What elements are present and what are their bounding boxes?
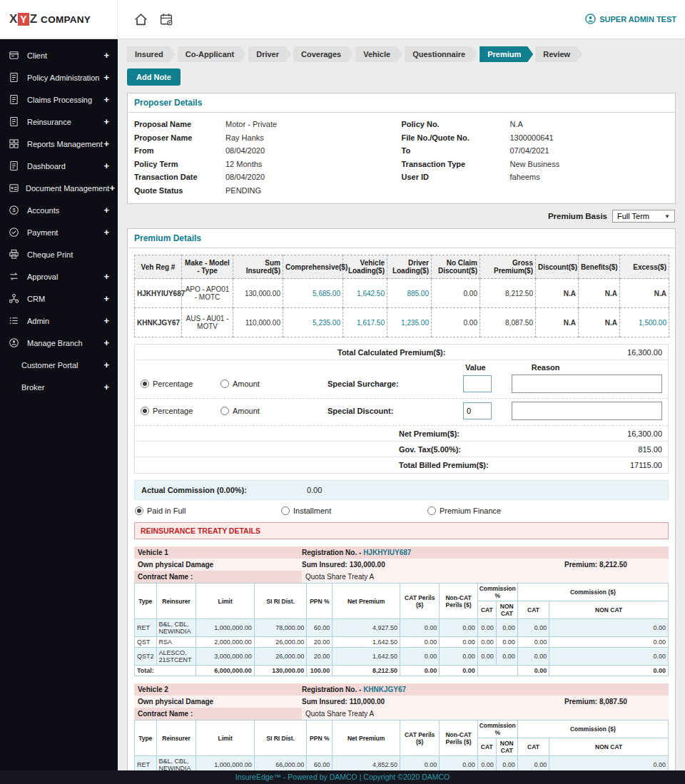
sidebar-item-payment[interactable]: Payment+ bbox=[0, 221, 118, 243]
sidebar-item-client[interactable]: Client+ bbox=[0, 44, 118, 66]
reinsurance-treaty-header: REINSURANCE TREATY DETAILS bbox=[134, 522, 669, 539]
discount-percentage-option[interactable]: Percentage bbox=[141, 407, 220, 415]
sidebar-item-crm[interactable]: CRM+ bbox=[0, 287, 118, 310]
expand-plus-icon[interactable]: + bbox=[103, 227, 109, 238]
total-calculated-row: Total Calculated Premium($): 16,300.00 bbox=[135, 345, 668, 360]
ri-subcol-header: NON CAT bbox=[549, 738, 669, 756]
ri-col-header: PPN % bbox=[307, 584, 333, 619]
payment-option-installment[interactable]: Installment bbox=[281, 506, 427, 515]
ri-total-cell: 0.00 bbox=[549, 666, 669, 676]
ri-cell: 0.00 bbox=[477, 619, 496, 637]
schedule-calendar-icon[interactable] bbox=[159, 12, 174, 27]
expand-plus-icon[interactable]: + bbox=[103, 161, 109, 171]
expand-plus-icon[interactable]: + bbox=[103, 205, 109, 215]
amount-radio[interactable] bbox=[220, 380, 229, 388]
radio-premium-finance[interactable] bbox=[427, 506, 436, 515]
expand-plus-icon[interactable]: + bbox=[103, 315, 109, 326]
ri-cell: RET bbox=[135, 756, 157, 771]
percentage-radio[interactable] bbox=[141, 380, 149, 388]
surcharge-percentage-option[interactable]: Percentage bbox=[141, 380, 220, 388]
payment-option-premium-finance[interactable]: Premium Finance bbox=[427, 506, 574, 515]
ri-cell: 0.00 bbox=[440, 637, 477, 648]
expand-plus-icon[interactable]: + bbox=[103, 138, 109, 149]
user-menu[interactable]: SUPER ADMIN TEST bbox=[585, 14, 676, 26]
expand-plus-icon[interactable]: + bbox=[103, 72, 109, 83]
ri-cell: 1,000,000.00 bbox=[196, 619, 254, 637]
payment-option-paid-in-full[interactable]: Paid in Full bbox=[135, 506, 281, 515]
premium-cell: 0.00 bbox=[432, 308, 480, 337]
sidebar-item-policy-administration[interactable]: Policy Administration+ bbox=[0, 66, 118, 88]
net-premium-row: Net Premium($): 16,300.00 bbox=[135, 426, 668, 442]
ri-cell: 0.00 bbox=[549, 648, 669, 666]
tab-coverages[interactable]: Coverages bbox=[293, 46, 353, 62]
tab-driver[interactable]: Driver bbox=[248, 46, 291, 62]
proposer-field-proposal-name: Proposal NameMotor - Private bbox=[134, 118, 402, 131]
special-discount-label: Special Discount: bbox=[328, 407, 463, 415]
home-icon[interactable] bbox=[133, 12, 148, 27]
premium-col-header: Make - Model - Type bbox=[182, 255, 233, 279]
tab-co-applicant[interactable]: Co-Applicant bbox=[178, 46, 246, 62]
tab-vehicle[interactable]: Vehicle bbox=[355, 46, 402, 62]
sidebar-item-approval[interactable]: Approval+ bbox=[0, 265, 118, 287]
expand-plus-icon[interactable]: + bbox=[103, 360, 109, 370]
add-note-button[interactable]: Add Note bbox=[127, 68, 181, 86]
total-billed-label: Total Billed Premium($): bbox=[399, 461, 489, 469]
expand-plus-icon[interactable]: + bbox=[103, 94, 109, 105]
discount-reason-input[interactable] bbox=[512, 402, 662, 420]
ri-col-header: Net Premium bbox=[333, 721, 400, 756]
expand-plus-icon[interactable]: + bbox=[103, 293, 109, 304]
surcharge-amount-option[interactable]: Amount bbox=[220, 380, 300, 388]
expand-plus-icon[interactable]: + bbox=[103, 337, 109, 348]
premium-cell: 0.00 bbox=[432, 279, 480, 308]
ri-col-header: PPN % bbox=[307, 721, 333, 756]
radio-installment[interactable] bbox=[281, 506, 290, 515]
percentage-radio[interactable] bbox=[141, 407, 149, 415]
premium-basis-select[interactable]: Full Term ▼ bbox=[612, 210, 675, 223]
sidebar-item-dashboard[interactable]: Dashboard+ bbox=[0, 155, 118, 177]
surcharge-reason-input[interactable] bbox=[512, 375, 662, 393]
expand-plus-icon[interactable]: + bbox=[109, 183, 115, 193]
premium-col-header: Discount($) bbox=[536, 255, 579, 279]
sidebar-item-reports-management[interactable]: Reports Management+ bbox=[0, 133, 118, 155]
tab-insured[interactable]: Insured bbox=[127, 46, 176, 62]
sidebar-item-claims-processing[interactable]: Claims Processing+ bbox=[0, 88, 118, 111]
expand-plus-icon[interactable]: + bbox=[103, 50, 109, 61]
sidebar-item-broker[interactable]: Broker+ bbox=[0, 376, 118, 398]
ri-cell: 0.00 bbox=[517, 637, 549, 648]
ri-subcol-header: NON CAT bbox=[496, 601, 517, 619]
premium-table-row: KHNKJGY67AUS - AU01 - MOTV110,000.005,23… bbox=[135, 308, 669, 337]
amount-radio[interactable] bbox=[220, 407, 229, 415]
expand-plus-icon[interactable]: + bbox=[103, 116, 109, 127]
sidebar-item-admin[interactable]: Admin+ bbox=[0, 310, 118, 332]
sidebar-item-reinsurance[interactable]: Reinsurance+ bbox=[0, 111, 118, 133]
ri-cell: QST2 bbox=[135, 648, 157, 666]
sidebar-item-customer-portal[interactable]: Customer Portal+ bbox=[0, 354, 118, 376]
topbar-icons bbox=[133, 12, 174, 27]
sidebar-item-accounts[interactable]: $Accounts+ bbox=[0, 199, 118, 221]
ri-col-header: Non-CAT Perils ($) bbox=[440, 584, 477, 619]
ri-cell: 0.00 bbox=[496, 756, 517, 771]
field-label: File No./Quote No. bbox=[402, 131, 510, 145]
tab-review[interactable]: Review bbox=[535, 46, 582, 62]
discount-amount-option[interactable]: Amount bbox=[220, 407, 300, 415]
tab-premium[interactable]: Premium bbox=[480, 46, 533, 62]
sidebar-item-cheque-print[interactable]: Cheque Print bbox=[0, 243, 118, 265]
sidebar-item-document-management[interactable]: Document Management+ bbox=[0, 177, 118, 199]
ri-cell: 0.00 bbox=[549, 756, 669, 771]
tab-questionnaire[interactable]: Questionnaire bbox=[405, 46, 477, 62]
discount-value-input[interactable] bbox=[463, 402, 492, 419]
ri-cell: 0.00 bbox=[517, 648, 549, 666]
surcharge-value-input[interactable] bbox=[463, 375, 492, 392]
expand-plus-icon[interactable]: + bbox=[103, 382, 109, 392]
value-reason-header-row: Value Reason bbox=[135, 360, 668, 372]
sidebar-item-manage-branch[interactable]: Manage Branch+ bbox=[0, 332, 118, 354]
premium-table-row: HJKHYIUY687APO - APO01 - MOTC130,000.005… bbox=[135, 279, 669, 308]
expand-plus-icon[interactable]: + bbox=[103, 271, 109, 282]
radio-paid-in-full[interactable] bbox=[135, 506, 143, 515]
sum-insured-value: Sum Insured: 110,000.00 bbox=[302, 698, 564, 706]
premium-cell: APO - APO01 - MOTC bbox=[182, 279, 233, 308]
payment-icon bbox=[9, 227, 21, 238]
ri-col-header-commission-pct: Commission % bbox=[477, 584, 517, 601]
logo-letter-x: X bbox=[9, 12, 17, 26]
proposer-field-user-id: User IDfaheems bbox=[402, 170, 669, 184]
